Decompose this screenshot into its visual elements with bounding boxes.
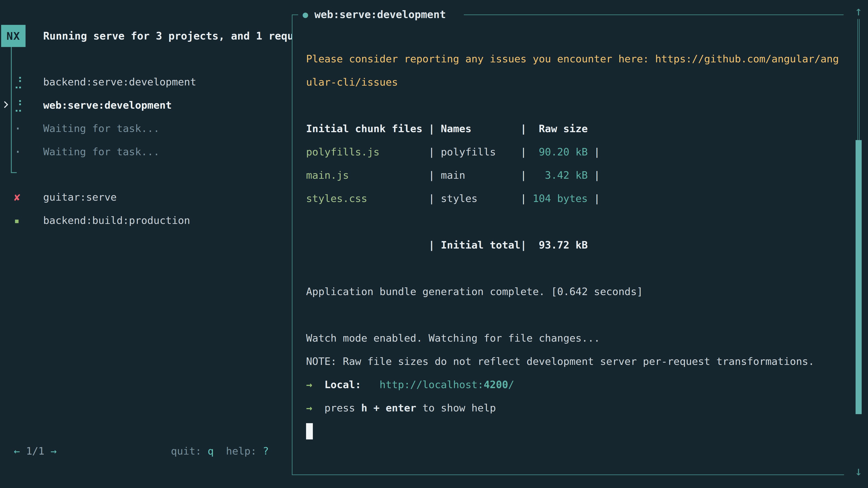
scrollbar-track xyxy=(857,19,858,140)
col-header-name: Names xyxy=(441,123,520,135)
total-size: 93.72 kB xyxy=(532,239,588,251)
total-label: Initial total xyxy=(441,239,520,251)
note-line: NOTE: Raw file sizes do not reflect deve… xyxy=(306,350,848,373)
page-prev-arrow-icon[interactable]: ← xyxy=(14,445,20,457)
chunk-size: 3.42 kB xyxy=(532,169,588,181)
column-separator: | xyxy=(429,239,435,251)
quit-hint-label: quit: xyxy=(171,445,202,457)
prompt-arrow-icon: → xyxy=(306,402,312,414)
task-item-waiting-1[interactable]: · Waiting for task... xyxy=(0,117,292,140)
col-header-size: Raw size xyxy=(532,123,588,135)
sidebar-footer: ← 1/1 → quit: q help: ? xyxy=(0,440,292,463)
column-separator: | xyxy=(520,239,526,251)
help-hint-line: → press h + enter to show help xyxy=(306,396,848,420)
column-separator: | xyxy=(520,169,526,181)
column-separator: | xyxy=(429,169,435,181)
panel-border-bottom xyxy=(292,475,844,475)
task-label: Waiting for task... xyxy=(43,140,160,163)
blank-line xyxy=(306,210,848,233)
scrollbar-thumb[interactable] xyxy=(856,140,862,414)
initial-total-row: | Initial total | 93.72 kB xyxy=(306,233,848,257)
success-square-icon: ▪ xyxy=(14,209,34,232)
help-keys: h + enter xyxy=(361,402,416,414)
help-post-text: to show help xyxy=(423,402,496,414)
bundle-complete-line: Application bundle generation complete. … xyxy=(306,280,848,303)
chunk-file: main.js xyxy=(306,169,429,181)
panel-border-top xyxy=(464,14,844,15)
issue-notice-line2: ular-cli/issues xyxy=(306,70,848,94)
scrollbar-track xyxy=(859,19,860,140)
chunk-name: styles xyxy=(441,193,520,204)
chunk-table-row: polyfills.js | polyfills | 90.20 kB | xyxy=(306,140,848,164)
panel-border-top-stub xyxy=(292,14,298,15)
blank-line xyxy=(306,257,848,280)
column-separator: | xyxy=(594,193,600,204)
failed-cross-icon: ✘ xyxy=(14,186,34,209)
local-url-line: → Local: http://localhost:4200/ xyxy=(306,373,848,396)
chunk-table-row: styles.css | styles | 104 bytes | xyxy=(306,187,848,210)
column-separator: | xyxy=(520,146,526,158)
column-separator: | xyxy=(594,169,600,181)
chunk-name: polyfills xyxy=(441,146,520,158)
task-item-waiting-2[interactable]: · Waiting for task... xyxy=(0,140,292,163)
local-label: Local: xyxy=(324,379,361,391)
task-sidebar: NX Running serve for 3 projects, and 1 r… xyxy=(0,0,292,488)
local-url-port[interactable]: 4200 xyxy=(484,379,508,391)
running-status-dot-icon: ● xyxy=(303,9,308,20)
task-item-web-serve[interactable]: ⣘ web:serve:development xyxy=(0,94,292,117)
scroll-up-arrow-icon[interactable]: ↑ xyxy=(852,5,865,18)
nx-terminal-ui: NX Running serve for 3 projects, and 1 r… xyxy=(0,0,868,488)
keyboard-hints: quit: q help: ? xyxy=(171,440,269,463)
chunk-table-row: main.js | main | 3.42 kB | xyxy=(306,164,848,187)
chunk-name: main xyxy=(441,169,520,181)
selected-chevron-icon xyxy=(1,101,8,108)
blank-line xyxy=(306,94,848,117)
panel-title-text: web:serve:development xyxy=(314,8,446,21)
help-pre-text: press xyxy=(324,402,355,414)
task-item-backend-serve[interactable]: ⣘ backend:serve:development xyxy=(0,70,292,94)
watch-mode-line: Watch mode enabled. Watching for file ch… xyxy=(306,326,848,350)
task-group-spacer xyxy=(0,163,292,186)
prompt-arrow-icon: → xyxy=(306,379,312,391)
column-separator: | xyxy=(520,193,526,204)
task-label: guitar:serve xyxy=(43,186,117,209)
terminal-cursor xyxy=(306,423,313,440)
task-item-guitar-serve[interactable]: ✘ guitar:serve xyxy=(0,186,292,209)
pending-dot-icon: · xyxy=(14,140,34,163)
chunk-file: polyfills.js xyxy=(306,146,429,158)
pager: ← 1/1 → xyxy=(14,440,57,463)
blank-line xyxy=(306,303,848,326)
task-item-backend-build[interactable]: ▪ backend:build:production xyxy=(0,209,292,232)
nx-logo: NX xyxy=(1,25,26,47)
column-separator: | xyxy=(520,123,526,135)
spinner-icon: ⣘ xyxy=(14,70,34,94)
chunk-size: 104 bytes xyxy=(532,193,588,204)
issue-notice-line1: Please consider reporting any issues you… xyxy=(306,47,848,70)
pending-dot-icon: · xyxy=(14,117,34,140)
task-label: Waiting for task... xyxy=(43,117,160,140)
panel-border-left xyxy=(292,14,292,475)
chunk-table-header: Initial chunk files | Names | Raw size xyxy=(306,117,848,140)
task-label: web:serve:development xyxy=(43,94,172,117)
page-indicator: 1/1 xyxy=(26,445,44,457)
chunk-file: styles.css xyxy=(306,193,429,204)
local-url-slash[interactable]: / xyxy=(508,379,514,391)
terminal-output: Please consider reporting any issues you… xyxy=(306,47,848,443)
run-summary-title: Running serve for 3 projects, and 1 requ xyxy=(43,25,292,47)
chunk-size: 90.20 kB xyxy=(532,146,588,158)
local-url[interactable]: http://localhost: xyxy=(379,379,484,391)
panel-title: ● web:serve:development xyxy=(303,4,446,25)
task-output-panel: ● web:serve:development Please consider … xyxy=(292,0,868,488)
column-separator: | xyxy=(594,146,600,158)
help-hint-label: help: xyxy=(226,445,256,457)
column-separator: | xyxy=(429,146,435,158)
page-next-arrow-icon[interactable]: → xyxy=(51,445,57,457)
column-separator: | xyxy=(429,193,435,204)
task-label: backend:serve:development xyxy=(43,70,196,94)
task-label: backend:build:production xyxy=(43,209,190,232)
task-list: ⣘ backend:serve:development ⣘ web:serve:… xyxy=(0,70,292,232)
spinner-icon: ⣘ xyxy=(14,94,34,117)
quit-key: q xyxy=(208,445,214,457)
cursor-line xyxy=(306,420,848,443)
scroll-down-arrow-icon[interactable]: ↓ xyxy=(852,465,865,478)
